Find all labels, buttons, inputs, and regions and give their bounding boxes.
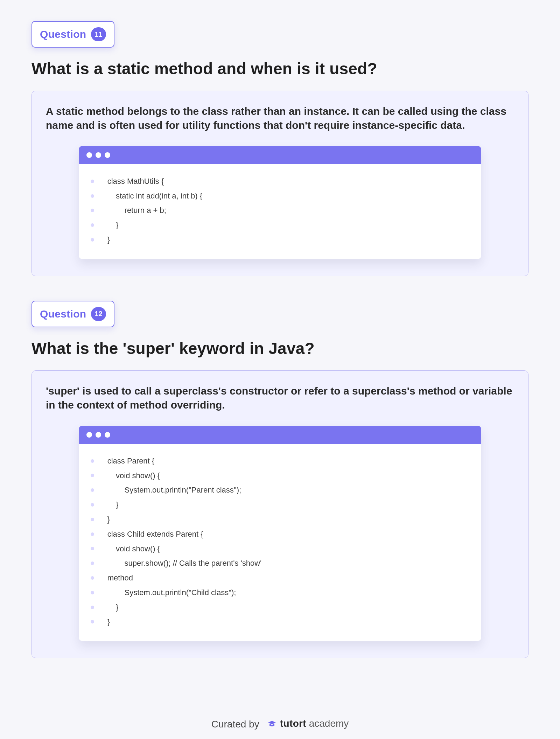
question-label: Question xyxy=(40,308,86,320)
code-line: } xyxy=(91,232,470,247)
code-titlebar xyxy=(79,146,482,164)
brand-light-text: academy xyxy=(309,718,349,729)
code-text: void show() { xyxy=(107,468,160,483)
code-line: System.out.println("Child class"); xyxy=(91,585,470,600)
code-window: class Parent { void show() { System.out.… xyxy=(79,426,482,641)
line-bullet-icon xyxy=(91,238,94,242)
line-bullet-icon xyxy=(91,459,94,463)
code-text: return a + b; xyxy=(107,203,166,218)
brand-strong: tutort xyxy=(280,718,306,729)
question-number: 12 xyxy=(91,307,106,321)
question-label: Question xyxy=(40,28,86,40)
code-line: } xyxy=(91,512,470,527)
code-line: } xyxy=(91,615,470,629)
brand-light xyxy=(306,718,309,729)
code-text: } xyxy=(107,615,110,629)
window-dot-icon xyxy=(96,152,101,158)
question-number: 11 xyxy=(91,27,106,41)
code-line: class Child extends Parent { xyxy=(91,527,470,542)
code-line: System.out.println("Parent class"); xyxy=(91,483,470,497)
window-dot-icon xyxy=(105,152,110,158)
code-window: class MathUtils { static int add(int a, … xyxy=(79,146,482,259)
answer-card: 'super' is used to call a superclass's c… xyxy=(31,370,528,658)
line-bullet-icon xyxy=(91,591,94,594)
line-bullet-icon xyxy=(91,532,94,536)
line-bullet-icon xyxy=(91,223,94,227)
curated-by-label: Curated by xyxy=(211,719,259,730)
line-bullet-icon xyxy=(91,547,94,550)
line-bullet-icon xyxy=(91,194,94,198)
line-bullet-icon xyxy=(91,488,94,492)
code-text: class Parent { xyxy=(107,454,155,468)
window-dot-icon xyxy=(86,432,92,438)
question-title: What is a static method and when is it u… xyxy=(31,60,528,78)
code-text: class Child extends Parent { xyxy=(107,527,203,542)
code-text: } xyxy=(107,497,119,512)
line-bullet-icon xyxy=(91,576,94,580)
code-text: method xyxy=(107,571,133,585)
brand: tutort academy xyxy=(267,718,349,729)
code-text: static int add(int a, int b) { xyxy=(107,189,202,203)
code-line: super.show(); // Calls the parent's 'sho… xyxy=(91,556,470,571)
answer-text: A static method belongs to the class rat… xyxy=(46,104,514,133)
question-badge: Question 11 xyxy=(31,21,114,48)
answer-text: 'super' is used to call a superclass's c… xyxy=(46,384,514,412)
answer-card: A static method belongs to the class rat… xyxy=(31,91,528,276)
code-text: super.show(); // Calls the parent's 'sho… xyxy=(107,556,262,571)
footer: Curated by tutort academy xyxy=(0,718,560,730)
code-line: method xyxy=(91,571,470,585)
code-text: System.out.println("Child class"); xyxy=(107,585,236,600)
code-line: } xyxy=(91,600,470,615)
code-line: } xyxy=(91,497,470,512)
line-bullet-icon xyxy=(91,209,94,212)
line-bullet-icon xyxy=(91,620,94,623)
question-title: What is the 'super' keyword in Java? xyxy=(31,339,528,358)
code-text: System.out.println("Parent class"); xyxy=(107,483,241,497)
line-bullet-icon xyxy=(91,606,94,609)
line-bullet-icon xyxy=(91,518,94,521)
question-badge: Question 12 xyxy=(31,301,114,327)
line-bullet-icon xyxy=(91,474,94,477)
line-bullet-icon xyxy=(91,562,94,565)
code-line: return a + b; xyxy=(91,203,470,218)
code-titlebar xyxy=(79,426,482,444)
question-block-11: Question 11 What is a static method and … xyxy=(31,21,528,276)
code-line: } xyxy=(91,218,470,232)
code-text: class MathUtils { xyxy=(107,174,164,189)
code-body: class Parent { void show() { System.out.… xyxy=(79,444,482,641)
code-text: } xyxy=(107,600,119,615)
code-line: void show() { xyxy=(91,542,470,556)
code-text: void show() { xyxy=(107,542,160,556)
line-bullet-icon xyxy=(91,503,94,507)
code-line: static int add(int a, int b) { xyxy=(91,189,470,203)
code-text: } xyxy=(107,512,110,527)
code-text: } xyxy=(107,232,110,247)
window-dot-icon xyxy=(86,152,92,158)
code-line: class MathUtils { xyxy=(91,174,470,189)
question-block-12: Question 12 What is the 'super' keyword … xyxy=(31,301,528,658)
line-bullet-icon xyxy=(91,180,94,183)
code-text: } xyxy=(107,218,119,232)
code-line: class Parent { xyxy=(91,454,470,468)
window-dot-icon xyxy=(105,432,110,438)
code-body: class MathUtils { static int add(int a, … xyxy=(79,164,482,259)
code-line: void show() { xyxy=(91,468,470,483)
window-dot-icon xyxy=(96,432,101,438)
brand-logo-icon xyxy=(267,720,276,727)
